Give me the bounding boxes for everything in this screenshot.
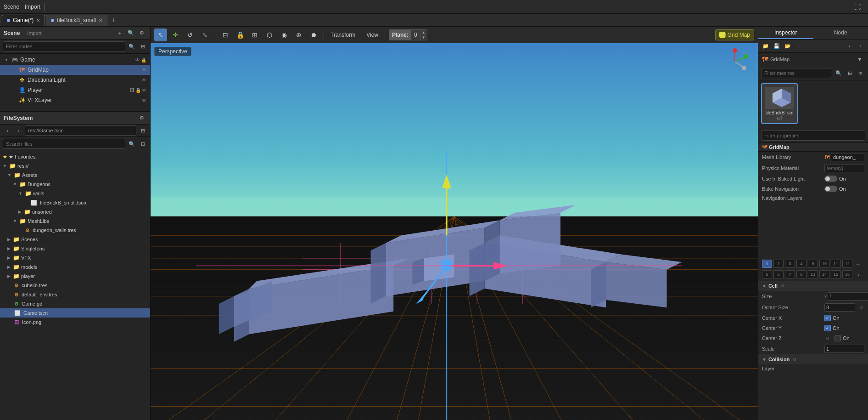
nav-layer-8[interactable]: 8 [796, 270, 806, 278]
fs-item-cubelib[interactable]: ⚙ cubelib.tres [0, 281, 150, 290]
tree-node-vfxlayer[interactable]: ✨ VFXLayer 👁 [0, 95, 150, 105]
plane-up-arrow[interactable]: ▲ [420, 30, 427, 35]
tree-node-gridmap[interactable]: 🗺 GridMap 👁 [0, 65, 150, 75]
tool-transform-mode[interactable]: ⊟ [219, 28, 232, 41]
game-lock-icon[interactable]: 🔒 [141, 57, 146, 62]
center-y-toggle[interactable]: ✓ On [824, 325, 840, 331]
tool-scale[interactable]: ⤡ [198, 28, 211, 41]
transform-label[interactable]: Transform [328, 32, 358, 38]
fs-item-game-tscn[interactable]: ⬜ Game.tscn [0, 308, 150, 318]
octant-size-value[interactable] [824, 303, 855, 312]
mesh-library-value[interactable]: dungeon_ [831, 153, 864, 161]
nav-layers-more[interactable]: ⋯ [854, 260, 863, 269]
fs-layout-icon[interactable]: ⊟ [138, 126, 147, 135]
filter-properties-input[interactable] [761, 131, 865, 141]
center-x-checkbox[interactable]: ✓ [824, 315, 831, 321]
nav-layer-13[interactable]: 13 [808, 270, 818, 278]
nav-layers-more2[interactable]: › [854, 270, 863, 279]
nav-layer-15[interactable]: 15 [831, 270, 841, 278]
fs-item-default-env[interactable]: ⚙ default_env.tres [0, 290, 150, 299]
scene-search-icon[interactable]: 🔍 [127, 42, 136, 51]
fs-search-icon[interactable]: 🔍 [127, 139, 136, 148]
nav-layer-11[interactable]: 11 [831, 260, 841, 268]
tool-move[interactable]: ✛ [169, 28, 182, 41]
physics-material-value[interactable]: [empty] [824, 164, 864, 172]
center-z-checkbox[interactable] [834, 335, 841, 341]
nav-layer-2[interactable]: 2 [773, 260, 784, 268]
player-film-icon[interactable]: 🎞 [130, 88, 134, 93]
scale-value[interactable] [824, 345, 864, 353]
nav-layer-16[interactable]: 16 [842, 270, 852, 278]
center-z-toggle[interactable]: ↺ On [824, 335, 850, 341]
tool-camera[interactable]: ◉ [278, 28, 291, 41]
tab-game[interactable]: Game(*) ✕ [2, 15, 45, 26]
tool-rotate[interactable]: ↺ [184, 28, 196, 41]
inspector-nav-forward[interactable]: › [856, 41, 865, 51]
mesh-filter-search-icon[interactable]: 🔍 [834, 68, 843, 78]
nav-layer-12[interactable]: 12 [842, 260, 852, 268]
nav-layer-3[interactable]: 3 [785, 260, 795, 268]
tree-node-player[interactable]: 👤 Player 🎞 🔒 👁 [0, 85, 150, 95]
center-x-toggle[interactable]: ✓ On [824, 315, 840, 321]
inspector-file-icon[interactable]: 📁 [761, 41, 770, 51]
fs-item-player[interactable]: ▶ 📁 player [0, 272, 150, 281]
tool-select[interactable]: ↖ [154, 28, 167, 41]
octant-reset-btn[interactable]: ↺ [858, 304, 864, 311]
fs-item-vfx[interactable]: ▶ 📁 VFX [0, 253, 150, 262]
fs-item-singletons[interactable]: ▶ 📁 Singletons [0, 244, 150, 253]
plane-down-arrow[interactable]: ▼ [420, 35, 427, 40]
mesh-grid-icon[interactable]: ⊞ [845, 68, 854, 78]
fs-item-res[interactable]: ▼ 📁 res:// [0, 161, 150, 170]
node-dropdown-icon[interactable]: ▼ [855, 55, 864, 64]
tool-lock[interactable]: 🔒 [234, 28, 246, 41]
fs-item-dungeons[interactable]: ▼ 📁 Dungeons [0, 180, 150, 189]
tree-node-game[interactable]: ▼ 🎮 Game 👁 🔒 [0, 55, 150, 65]
tab-close-game[interactable]: ✕ [36, 18, 40, 23]
inspector-more-icon[interactable]: ⋮ [794, 41, 803, 51]
cell-section-header[interactable]: ▼ Cell ↺ [758, 281, 868, 291]
fs-nav-forward[interactable]: › [14, 126, 23, 135]
import-label[interactable]: Import [27, 30, 41, 36]
scene-add-button[interactable]: + [115, 28, 124, 38]
nav-layer-9[interactable]: 9 [808, 260, 818, 268]
menu-import[interactable]: Import [25, 4, 40, 10]
plane-value[interactable]: 0 [411, 32, 420, 38]
inspector-nav-back[interactable]: ‹ [845, 41, 854, 51]
fs-item-tilebrick[interactable]: ⬜ tileBrickB_small.tscn [0, 198, 150, 207]
fs-item-meshlibs[interactable]: ▼ 📁 MeshLibs [0, 216, 150, 226]
tree-node-directionallight[interactable]: ✤ DirectionalLight 👁 [0, 75, 150, 85]
mesh-item-tilebrick[interactable]: tileBrickB_small [761, 83, 798, 124]
player-lock-icon[interactable]: 🔒 [135, 88, 141, 93]
vfxlayer-visibility-icon[interactable]: 👁 [142, 98, 146, 103]
game-visibility-icon[interactable]: 👁 [135, 57, 140, 62]
nav-layer-5[interactable]: 5 [762, 270, 772, 278]
tool-extra[interactable]: ⏺ [307, 28, 320, 41]
nav-layer-6[interactable]: 6 [773, 270, 784, 278]
baked-light-toggle[interactable]: On [824, 176, 846, 182]
mesh-list-icon[interactable]: ≡ [856, 68, 865, 78]
collision-reset-btn[interactable]: ↺ [791, 356, 798, 363]
center-z-reset[interactable]: ↺ [824, 335, 831, 341]
fs-item-scenes[interactable]: ▶ 📁 Scenes [0, 235, 150, 244]
tab-close-tilebrick[interactable]: ✕ [99, 18, 102, 23]
fs-item-game-gd[interactable]: ⚙ Game.gd [0, 299, 150, 308]
nav-layer-1[interactable]: 1 [762, 260, 772, 268]
nav-layer-14[interactable]: 14 [819, 270, 829, 278]
mesh-filter-input[interactable] [761, 68, 832, 78]
inspector-load-icon[interactable]: 📂 [783, 41, 792, 51]
dirlight-visibility-icon[interactable]: 👁 [142, 78, 146, 83]
gridmap-button[interactable]: Grid Map [715, 29, 754, 40]
tab-inspector[interactable]: Inspector [758, 27, 813, 39]
fs-sort-icon[interactable]: ⊟ [138, 139, 147, 148]
player-visibility-icon[interactable]: 👁 [142, 88, 146, 93]
fs-item-models[interactable]: ▶ 📁 models [0, 262, 150, 272]
fullscreen-icon[interactable]: ⛶ [854, 3, 861, 11]
cell-reset-btn[interactable]: ↺ [779, 283, 786, 289]
tab-tilebrick[interactable]: tileBrickB_small ✕ [46, 15, 107, 26]
tab-node[interactable]: Node [813, 27, 868, 39]
inspector-save-icon[interactable]: 💾 [772, 41, 781, 51]
gridmap-visibility-icon[interactable]: 👁 [142, 68, 146, 73]
bake-nav-toggle[interactable]: On [824, 186, 846, 192]
nav-layer-10[interactable]: 10 [819, 260, 829, 268]
tool-snap[interactable]: ⬡ [263, 28, 276, 41]
